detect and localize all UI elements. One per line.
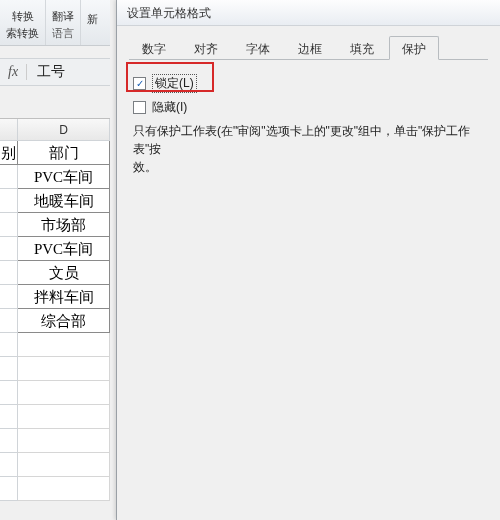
ribbon-item[interactable]: 转换 — [12, 9, 34, 24]
fx-icon[interactable]: fx — [0, 64, 27, 80]
row-gutter[interactable] — [0, 309, 18, 333]
row-gutter[interactable] — [0, 477, 18, 501]
lock-checkbox[interactable]: ✓ — [133, 77, 146, 90]
cell[interactable]: 地暖车间 — [18, 189, 110, 213]
row-gutter[interactable] — [0, 429, 18, 453]
row-gutter[interactable] — [0, 189, 18, 213]
format-cells-dialog: 设置单元格格式 数字 对齐 字体 边框 填充 保护 ✓ 锁定(L) 隐藏(I) … — [116, 0, 500, 520]
cell-empty[interactable] — [18, 333, 110, 357]
cell-empty[interactable] — [18, 405, 110, 429]
tab-alignment[interactable]: 对齐 — [181, 36, 231, 59]
cell-empty[interactable] — [18, 381, 110, 405]
hide-label: 隐藏(I) — [152, 99, 187, 116]
cell-empty[interactable] — [18, 357, 110, 381]
row-gutter[interactable] — [0, 237, 18, 261]
hide-checkbox-row[interactable]: 隐藏(I) — [133, 99, 484, 116]
row-gutter[interactable] — [0, 261, 18, 285]
cell[interactable]: 市场部 — [18, 213, 110, 237]
row-gutter[interactable] — [0, 357, 18, 381]
spreadsheet[interactable]: D 别 部门 PVC车间 地暖车间 市场部 PVC车间 文员 拌料车间 综合部 — [0, 118, 110, 501]
cell-empty[interactable] — [18, 429, 110, 453]
table-row[interactable]: 拌料车间 — [0, 285, 110, 309]
row-gutter[interactable] — [0, 381, 18, 405]
tab-body-protection: ✓ 锁定(L) 隐藏(I) 只有保护工作表(在"审阅"选项卡上的"更改"组中，单… — [117, 60, 500, 184]
ribbon-group-language[interactable]: 翻译 语言 — [46, 0, 81, 45]
lock-label: 锁定(L) — [152, 74, 197, 93]
row-gutter[interactable] — [0, 453, 18, 477]
ribbon-group-label: 语言 — [52, 26, 74, 41]
table-row[interactable]: PVC车间 — [0, 165, 110, 189]
col-header-d[interactable]: D — [18, 119, 110, 141]
cell[interactable]: 拌料车间 — [18, 285, 110, 309]
row-gutter[interactable] — [0, 213, 18, 237]
table-row[interactable] — [0, 429, 110, 453]
row-gutter[interactable] — [0, 333, 18, 357]
table-row[interactable] — [0, 333, 110, 357]
ribbon-fragment: 转换 索转换 翻译 语言 新 — [0, 0, 110, 46]
ribbon-item: 新 — [87, 12, 98, 27]
cell-header[interactable]: 部门 — [18, 141, 110, 165]
lock-checkbox-row[interactable]: ✓ 锁定(L) — [133, 74, 484, 93]
table-row[interactable]: 文员 — [0, 261, 110, 285]
table-row[interactable]: 地暖车间 — [0, 189, 110, 213]
tab-fill[interactable]: 填充 — [337, 36, 387, 59]
tab-strip[interactable]: 数字 对齐 字体 边框 填充 保护 — [129, 36, 488, 60]
row-gutter[interactable] — [0, 165, 18, 189]
cell[interactable]: PVC车间 — [18, 165, 110, 189]
table-row[interactable] — [0, 357, 110, 381]
row-gutter[interactable] — [0, 405, 18, 429]
table-row[interactable] — [0, 477, 110, 501]
table-row[interactable]: 别 部门 — [0, 141, 110, 165]
cell-left-partial[interactable]: 别 — [0, 141, 18, 165]
table-row[interactable] — [0, 381, 110, 405]
cell-empty[interactable] — [18, 453, 110, 477]
column-headers[interactable]: D — [0, 119, 110, 141]
formula-bar[interactable]: fx 工号 — [0, 58, 110, 86]
cell[interactable]: 文员 — [18, 261, 110, 285]
dialog-title: 设置单元格格式 — [117, 0, 500, 26]
cell[interactable]: 综合部 — [18, 309, 110, 333]
ribbon-group-partial: 新 — [81, 0, 104, 45]
table-row[interactable] — [0, 453, 110, 477]
ribbon-item[interactable]: 翻译 — [52, 9, 74, 24]
hide-checkbox[interactable] — [133, 101, 146, 114]
cell[interactable]: PVC车间 — [18, 237, 110, 261]
cell-empty[interactable] — [18, 477, 110, 501]
ribbon-group-convert[interactable]: 转换 索转换 — [0, 0, 46, 45]
table-row[interactable]: 市场部 — [0, 213, 110, 237]
protection-hint: 只有保护工作表(在"审阅"选项卡上的"更改"组中，单击"保护工作表"按 效。 — [133, 122, 484, 176]
tab-protection[interactable]: 保护 — [389, 36, 439, 60]
tab-border[interactable]: 边框 — [285, 36, 335, 59]
row-gutter[interactable] — [0, 285, 18, 309]
col-header-partial[interactable] — [0, 119, 18, 141]
ribbon-item[interactable]: 索转换 — [6, 26, 39, 41]
table-row[interactable]: 综合部 — [0, 309, 110, 333]
tab-number[interactable]: 数字 — [129, 36, 179, 59]
tab-font[interactable]: 字体 — [233, 36, 283, 59]
table-row[interactable] — [0, 405, 110, 429]
table-row[interactable]: PVC车间 — [0, 237, 110, 261]
formula-value[interactable]: 工号 — [27, 63, 65, 81]
